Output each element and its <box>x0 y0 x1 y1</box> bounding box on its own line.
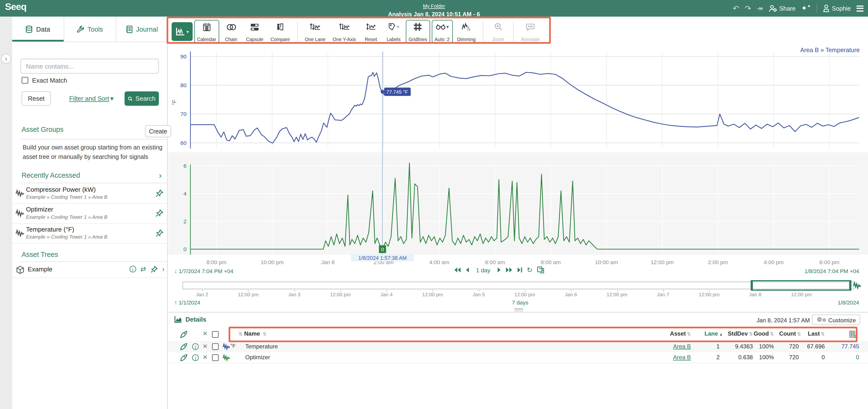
signal-icon-blue <box>222 343 230 351</box>
redo-all-icon[interactable]: ↠ <box>757 4 763 12</box>
step-back-icon[interactable] <box>466 267 469 273</box>
selector-left-handle[interactable] <box>751 281 753 290</box>
y-axis-tick-label: 2 <box>183 218 187 225</box>
page-title: Analysis Jan 8, 2024 10:51 AM - 6 <box>323 11 545 18</box>
toolbar-one-y-axis-button[interactable]: One Y-Axis <box>330 20 359 43</box>
pin-icon[interactable] <box>155 209 163 217</box>
y-axis-tick-label: 60 <box>180 140 186 146</box>
exact-match-checkbox[interactable] <box>22 77 28 84</box>
step-forward-half-icon[interactable] <box>505 267 513 273</box>
copy-range-icon[interactable] <box>537 266 544 273</box>
trend-chart[interactable]: 607080900246°F8:00 pm10:00 pmJan 82:00 a… <box>168 47 868 268</box>
signal-name[interactable]: Temperature <box>245 343 278 350</box>
y-axis-tick-label: 90 <box>180 53 186 60</box>
rocket-icon[interactable] <box>180 343 188 351</box>
remove-all-icon[interactable]: ✕ <box>203 330 208 337</box>
rocket-icon[interactable] <box>180 354 188 361</box>
share-button[interactable]: Share <box>769 5 796 12</box>
timeline-range-selector[interactable] <box>751 280 851 291</box>
remove-icon[interactable]: ✕ <box>203 354 208 361</box>
toolbar-dimming-button[interactable]: Dimming <box>454 20 478 43</box>
timeline-tick-label: Jan 3 <box>288 292 301 297</box>
x-axis-tick-label: 2:00 pm <box>708 259 728 265</box>
info-icon[interactable]: i <box>130 266 136 272</box>
x-axis-tick-label: 6:00 pm <box>819 259 839 265</box>
asset-link[interactable]: Area B <box>653 343 691 350</box>
x-axis-tick-label: 10:00 am <box>595 259 618 265</box>
toolbar-capsule-button[interactable]: Capsule <box>243 20 266 43</box>
tab-tools[interactable]: Tools <box>64 17 116 41</box>
pin-icon[interactable] <box>151 266 158 273</box>
reset-search-button[interactable]: Reset <box>22 91 51 106</box>
search-button[interactable]: Search <box>125 91 159 106</box>
display-range-end[interactable]: 1/8/2024 7:04 PM +04 <box>805 268 859 274</box>
sort-icon: ⇅ <box>821 331 825 337</box>
selector-right-handle[interactable] <box>849 281 851 290</box>
signal-name[interactable]: Optimizer <box>245 354 270 360</box>
column-header-good[interactable]: Good⇅ <box>742 330 774 337</box>
investigate-range-start[interactable]: ↑ 1/1/2024 <box>174 300 200 306</box>
filter-and-sort-link[interactable]: Filter and Sort▾ <box>69 95 114 103</box>
investigate-range-end[interactable]: 1/8/2024 <box>838 300 859 306</box>
hamburger-menu-icon[interactable] <box>857 5 864 11</box>
row-checkbox[interactable] <box>212 343 219 350</box>
customize-button[interactable]: ⚙⚙ Customize <box>812 315 860 325</box>
refresh-icon[interactable]: ↻ <box>527 267 532 273</box>
toolbar-auto-update-button[interactable]: ▾ Auto: 2 <box>432 20 453 43</box>
overview-timeline[interactable] <box>182 281 854 290</box>
asset-trees-title: Asset Trees <box>22 251 58 259</box>
step-forward-icon[interactable] <box>497 267 501 273</box>
sidebar-collapse-button[interactable]: › <box>1 54 11 63</box>
row-checkbox[interactable] <box>212 354 219 361</box>
range-duration[interactable]: 1 day <box>476 267 490 273</box>
select-all-checkbox[interactable] <box>212 331 219 338</box>
search-input[interactable] <box>21 59 159 74</box>
table-row-optimizer[interactable]: i ✕ Optimizer Area B 2 0.638 100% 720 0 … <box>168 352 868 363</box>
toolbar-labels-button[interactable]: ▿ Labels <box>383 20 404 43</box>
column-header-last[interactable]: Last⇅ <box>794 330 825 337</box>
view-mode-button[interactable]: ▾ <box>172 22 193 41</box>
remove-icon[interactable]: ✕ <box>203 343 208 350</box>
user-menu[interactable]: Sophie <box>823 4 851 12</box>
pin-icon[interactable] <box>155 189 163 197</box>
breadcrumb[interactable]: My Folder <box>423 3 445 9</box>
list-item-optimizer[interactable]: Optimizer Example » Cooling Tower 1 » Ar… <box>12 204 167 224</box>
chevron-right-icon[interactable]: › <box>162 265 164 273</box>
annotate-icon <box>526 23 535 31</box>
investigate-range-duration[interactable]: 7 days <box>512 300 528 306</box>
undo-icon[interactable]: ↶ <box>733 4 739 12</box>
seeq-logo[interactable]: Seeq <box>5 2 27 13</box>
tab-journal[interactable]: Journal <box>116 17 168 41</box>
unit-label: °F <box>230 343 236 349</box>
timeline-signal-icon[interactable] <box>853 281 861 290</box>
toolbar-chain-button[interactable]: Chain <box>221 20 242 43</box>
pin-icon[interactable] <box>155 229 163 237</box>
ai-sparkle-icon[interactable]: ✦✦ <box>801 4 811 12</box>
chevron-right-icon[interactable]: › <box>159 171 161 180</box>
recently-accessed-title: Recently Accessed <box>22 172 80 179</box>
step-back-half-icon[interactable] <box>454 267 461 273</box>
create-asset-group-button[interactable]: Create <box>145 125 171 137</box>
toolbar-reset-button[interactable]: Reset <box>361 20 381 43</box>
list-item-compressor-power[interactable]: Compressor Power (kW) Example » Cooling … <box>12 184 167 204</box>
display-range-start[interactable]: ↓ 1/7/2024 7:04 PM +04 <box>174 268 233 274</box>
tab-data[interactable]: Data <box>12 17 64 41</box>
info-icon[interactable]: i <box>192 354 199 361</box>
timeline-tick <box>340 290 341 292</box>
toolbar-calendar-button[interactable]: Calendar <box>194 20 219 43</box>
toolbar-one-lane-button[interactable]: One Lane <box>302 20 328 43</box>
column-header-asset[interactable]: Asset⇅ <box>653 330 691 337</box>
info-icon[interactable]: i <box>192 343 199 350</box>
column-header-name[interactable]: ⇅ Name ⇅ <box>238 330 267 337</box>
toolbar-compare-button[interactable]: Compare <box>268 20 292 43</box>
table-row-temperature[interactable]: i ✕ °F Temperature Area B 1 9.4363 100% … <box>168 341 868 352</box>
tree-item-example[interactable]: Example i ⇄ › <box>12 262 167 278</box>
swap-icon[interactable]: ⇄ <box>141 265 146 273</box>
step-to-end-icon[interactable] <box>517 267 522 273</box>
toolbar-gridlines-button[interactable]: Gridlines <box>406 20 430 43</box>
asset-link[interactable]: Area B <box>653 354 691 360</box>
redo-icon[interactable]: ↷ <box>745 4 751 12</box>
add-column-icon[interactable] <box>849 330 857 338</box>
rocket-icon[interactable] <box>180 330 188 338</box>
list-item-temperature[interactable]: Temperature (°F) Example » Cooling Tower… <box>12 224 167 244</box>
